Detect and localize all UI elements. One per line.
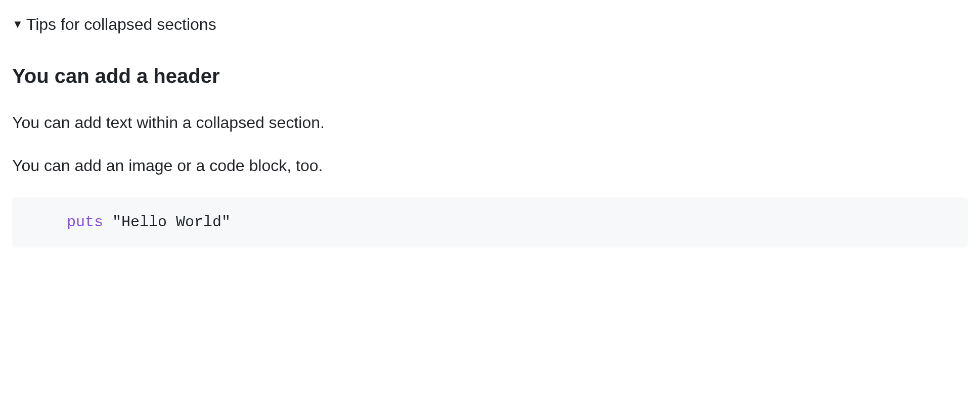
code-keyword: puts bbox=[67, 214, 103, 231]
collapsible-summary[interactable]: ▼ Tips for collapsed sections bbox=[12, 12, 968, 36]
summary-label: Tips for collapsed sections bbox=[26, 12, 216, 36]
paragraph-text-1: You can add text within a collapsed sect… bbox=[12, 111, 968, 134]
section-header: You can add a header bbox=[12, 61, 968, 91]
code-block: puts "Hello World" bbox=[12, 197, 968, 248]
paragraph-text-2: You can add an image or a code block, to… bbox=[12, 154, 968, 177]
triangle-down-icon: ▼ bbox=[12, 19, 23, 30]
code-string: "Hello World" bbox=[112, 214, 231, 231]
